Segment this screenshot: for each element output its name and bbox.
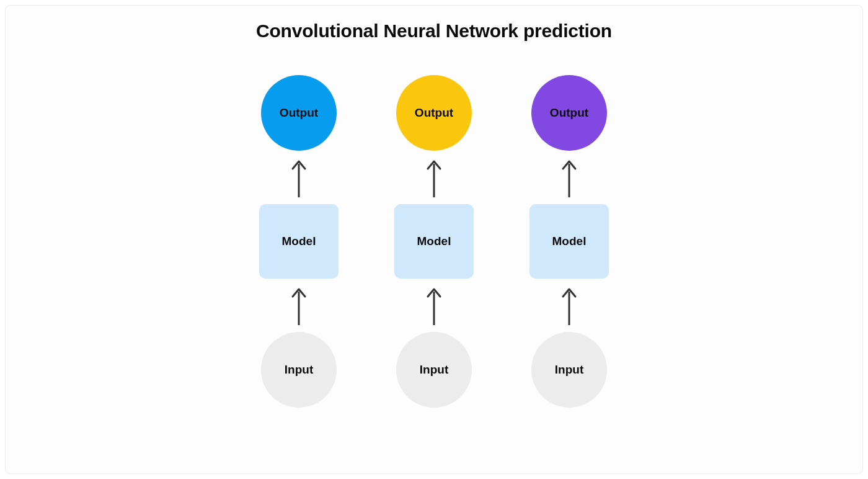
diagram-title: Convolutional Neural Network prediction xyxy=(256,20,612,42)
model-node: Model xyxy=(529,204,609,279)
arrow-up-icon xyxy=(290,279,308,332)
arrow-up-icon xyxy=(290,151,308,204)
arrow-up-icon xyxy=(425,279,443,332)
diagram-container: Convolutional Neural Network prediction … xyxy=(5,5,863,474)
column-0: Output Model Input xyxy=(259,75,339,408)
input-node: Input xyxy=(396,332,472,408)
output-node: Output xyxy=(396,75,472,151)
arrow-up-icon xyxy=(425,151,443,204)
output-node: Output xyxy=(261,75,337,151)
column-1: Output Model Input xyxy=(394,75,474,408)
input-node: Input xyxy=(261,332,337,408)
output-node: Output xyxy=(531,75,607,151)
model-node: Model xyxy=(394,204,474,279)
arrow-up-icon xyxy=(560,279,578,332)
column-2: Output Model Input xyxy=(529,75,609,408)
model-node: Model xyxy=(259,204,339,279)
arrow-up-icon xyxy=(560,151,578,204)
columns-row: Output Model Input Output Model Input Ou… xyxy=(259,75,609,408)
input-node: Input xyxy=(531,332,607,408)
